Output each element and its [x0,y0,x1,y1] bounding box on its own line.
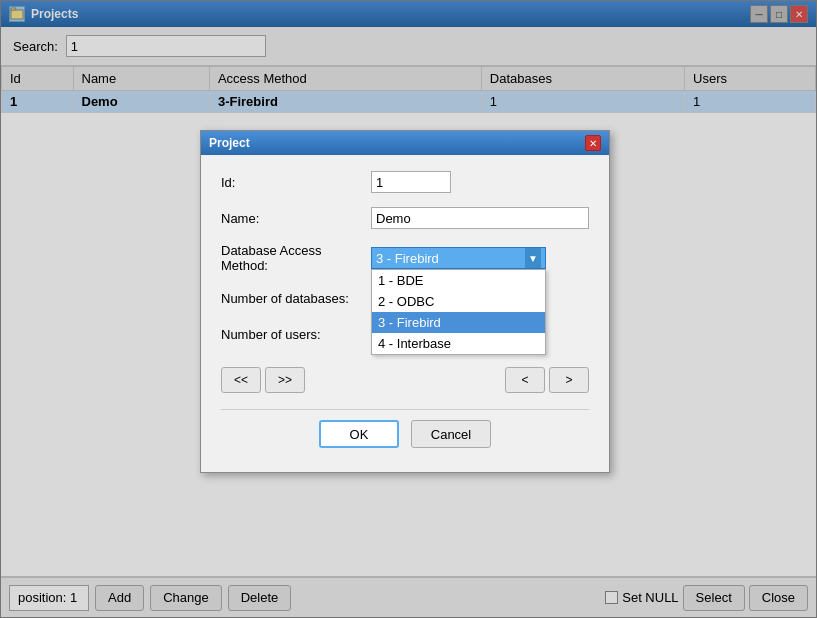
dropdown-selected-text: 3 - Firebird [376,251,439,266]
nav-prev-button[interactable]: < [505,367,545,393]
name-row: Name: [221,207,589,229]
dialog-close-button[interactable]: ✕ [585,135,601,151]
nav-first-button[interactable]: << [221,367,261,393]
dropdown-list: 1 - BDE 2 - ODBC 3 - Firebird 4 - Interb… [371,269,546,355]
ok-button[interactable]: OK [319,420,399,448]
dropdown-option-2[interactable]: 2 - ODBC [372,291,545,312]
modal-overlay: Project ✕ Id: Name: Database Access Meth… [0,0,817,618]
access-method-row: Database Access Method: 3 - Firebird ▼ 1… [221,243,589,273]
project-dialog: Project ✕ Id: Name: Database Access Meth… [200,130,610,473]
name-input[interactable] [371,207,589,229]
name-label: Name: [221,211,371,226]
main-window: Projects ─ □ ✕ Search: Id Name Access Me… [0,0,817,618]
nav-next-button[interactable]: > [549,367,589,393]
cancel-button[interactable]: Cancel [411,420,491,448]
dropdown-arrow-icon: ▼ [525,248,541,268]
dropdown-selected-value[interactable]: 3 - Firebird ▼ [371,247,546,269]
dialog-body: Id: Name: Database Access Method: 3 - Fi… [201,155,609,472]
nav-row: << >> < > [221,359,589,401]
access-method-label: Database Access Method: [221,243,371,273]
id-label: Id: [221,175,371,190]
id-row: Id: [221,171,589,193]
nav-right-group: < > [505,367,589,393]
dropdown-option-3[interactable]: 3 - Firebird [372,312,545,333]
access-method-dropdown[interactable]: 3 - Firebird ▼ 1 - BDE 2 - ODBC 3 - Fire… [371,247,546,269]
nav-last-button[interactable]: >> [265,367,305,393]
dialog-title: Project [209,136,585,150]
dropdown-option-4[interactable]: 4 - Interbase [372,333,545,354]
users-label: Number of users: [221,327,371,342]
dropdown-option-1[interactable]: 1 - BDE [372,270,545,291]
dialog-title-bar: Project ✕ [201,131,609,155]
dialog-btn-row: OK Cancel [221,409,589,456]
databases-label: Number of databases: [221,291,371,306]
id-input[interactable] [371,171,451,193]
nav-left-group: << >> [221,367,305,393]
